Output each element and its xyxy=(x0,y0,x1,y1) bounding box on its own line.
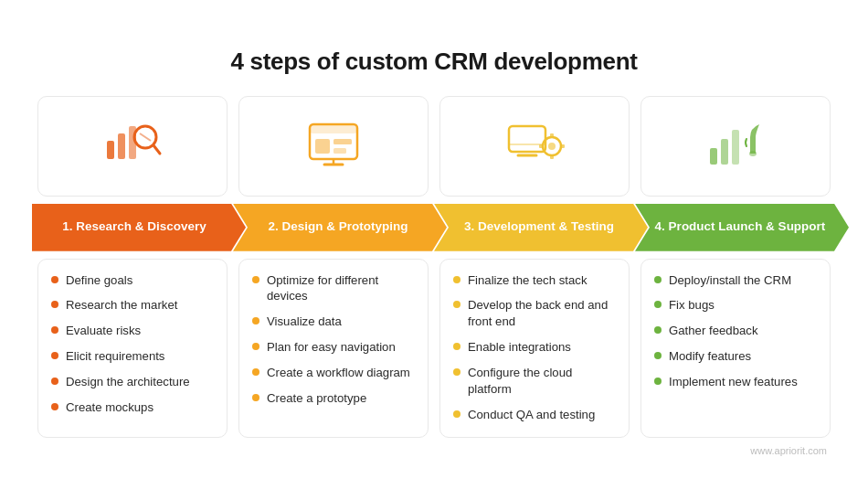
list-item: Gather feedback xyxy=(654,323,817,339)
list-item: Design the architecture xyxy=(51,374,214,390)
list-item: Create a prototype xyxy=(252,390,415,407)
list-item: Create a workflow diagram xyxy=(252,365,415,381)
bullet-dot xyxy=(51,326,58,334)
list-item: Optimize for different devices xyxy=(252,272,415,305)
step-column-3: 3. Development & TestingFinalize the tec… xyxy=(434,96,635,439)
bullet-dot xyxy=(453,410,460,418)
icon-card-3 xyxy=(439,96,630,197)
list-item: Elicit requirements xyxy=(51,348,214,365)
list-item: Finalize the tech stack xyxy=(453,272,616,289)
bullet-dot xyxy=(252,317,259,324)
list-item: Fix bugs xyxy=(654,297,817,314)
bullet-dot xyxy=(252,394,259,401)
list-item-text: Create a workflow diagram xyxy=(267,365,410,381)
list-item: Develop the back end and front end xyxy=(453,297,616,330)
content-card-2: Optimize for different devicesVisualize … xyxy=(238,259,429,439)
list-item: Configure the cloud platform xyxy=(453,365,616,398)
arrow-banner-2: 2. Design & Prototyping xyxy=(233,204,447,251)
svg-rect-0 xyxy=(107,141,114,159)
list-item-text: Enable integrations xyxy=(468,339,571,356)
list-item-text: Define goals xyxy=(66,272,132,289)
page-title: 4 steps of custom CRM development xyxy=(32,48,836,76)
content-card-3: Finalize the tech stackDevelop the back … xyxy=(439,259,630,439)
bullet-dot xyxy=(51,301,58,308)
list-item-text: Modify features xyxy=(669,348,751,365)
arrow-label-2: 2. Design & Prototyping xyxy=(233,204,447,251)
list-item-text: Create a prototype xyxy=(267,390,366,407)
list-item: Implement new features xyxy=(654,374,817,390)
steps-row: 1. Research & DiscoveryDefine goalsResea… xyxy=(32,96,836,439)
icon-card-4 xyxy=(640,96,831,197)
list-item: Create mockups xyxy=(51,399,214,416)
content-card-4: Deploy/install the CRMFix bugsGather fee… xyxy=(640,259,831,439)
list-item-text: Gather feedback xyxy=(669,323,758,339)
list-item: Define goals xyxy=(51,272,214,289)
bullet-dot xyxy=(252,276,259,283)
svg-rect-1 xyxy=(118,133,125,159)
list-item: Evaluate risks xyxy=(51,323,214,339)
svg-rect-21 xyxy=(560,144,565,148)
list-item-text: Visualize data xyxy=(267,314,342,330)
list-item-text: Develop the back end and front end xyxy=(468,297,616,330)
main-container: 4 steps of custom CRM development 1. Res… xyxy=(14,26,854,475)
svg-rect-8 xyxy=(315,139,330,154)
bullet-dot xyxy=(453,343,460,350)
svg-rect-20 xyxy=(539,144,544,148)
list-item: Plan for easy navigation xyxy=(252,339,415,356)
svg-rect-19 xyxy=(550,154,554,159)
list-item-text: Research the market xyxy=(66,297,177,314)
list-item-text: Finalize the tech stack xyxy=(468,272,587,289)
list-item-text: Design the architecture xyxy=(66,374,190,390)
bullet-dot xyxy=(453,276,460,283)
list-item: Visualize data xyxy=(252,314,415,330)
bullet-dot xyxy=(51,276,58,283)
icon-card-1 xyxy=(37,96,228,197)
list-item-text: Elicit requirements xyxy=(66,348,164,365)
list-item-text: Conduct QA and testing xyxy=(468,407,595,423)
step-column-1: 1. Research & DiscoveryDefine goalsResea… xyxy=(32,96,233,439)
bullet-dot xyxy=(51,352,58,359)
content-card-1: Define goalsResearch the marketEvaluate … xyxy=(37,259,228,439)
list-item-text: Evaluate risks xyxy=(66,323,141,339)
bullet-dot xyxy=(654,378,662,385)
bullet-dot xyxy=(654,326,662,334)
list-item: Conduct QA and testing xyxy=(453,407,616,423)
list-item: Enable integrations xyxy=(453,339,616,356)
bullet-dot xyxy=(51,403,58,410)
list-item-text: Optimize for different devices xyxy=(267,272,415,305)
list-item-text: Implement new features xyxy=(669,374,798,390)
svg-rect-9 xyxy=(333,139,352,144)
svg-point-17 xyxy=(548,143,556,150)
list-item-text: Fix bugs xyxy=(669,297,715,314)
svg-rect-10 xyxy=(333,148,346,154)
arrow-banner-3: 3. Development & Testing xyxy=(434,204,648,251)
icon-card-2 xyxy=(238,96,429,197)
list-item-text: Create mockups xyxy=(66,399,153,416)
list-item-text: Configure the cloud platform xyxy=(468,365,616,398)
bullet-dot xyxy=(654,301,662,308)
arrow-banner-4: 4. Product Launch & Support xyxy=(635,204,849,251)
svg-point-25 xyxy=(749,151,757,156)
bullet-dot xyxy=(453,368,460,376)
svg-line-4 xyxy=(153,145,160,154)
arrow-label-3: 3. Development & Testing xyxy=(434,204,648,251)
arrow-banner-1: 1. Research & Discovery xyxy=(32,204,246,251)
bullet-dot xyxy=(252,368,259,376)
list-item-text: Deploy/install the CRM xyxy=(669,272,791,289)
list-item-text: Plan for easy navigation xyxy=(267,339,396,356)
list-item: Deploy/install the CRM xyxy=(654,272,817,289)
bullet-dot xyxy=(654,276,662,283)
bullet-dot xyxy=(453,301,460,308)
svg-rect-18 xyxy=(550,133,554,138)
svg-rect-23 xyxy=(721,139,728,165)
list-item: Research the market xyxy=(51,297,214,314)
svg-rect-7 xyxy=(310,124,357,133)
list-item: Modify features xyxy=(654,348,817,365)
bullet-dot xyxy=(654,352,662,359)
bullet-dot xyxy=(51,378,58,385)
svg-line-5 xyxy=(140,133,151,141)
step-column-4: 4. Product Launch & SupportDeploy/instal… xyxy=(635,96,836,439)
svg-rect-22 xyxy=(710,148,717,165)
arrow-label-4: 4. Product Launch & Support xyxy=(635,204,849,251)
step-column-2: 2. Design & PrototypingOptimize for diff… xyxy=(233,96,434,439)
